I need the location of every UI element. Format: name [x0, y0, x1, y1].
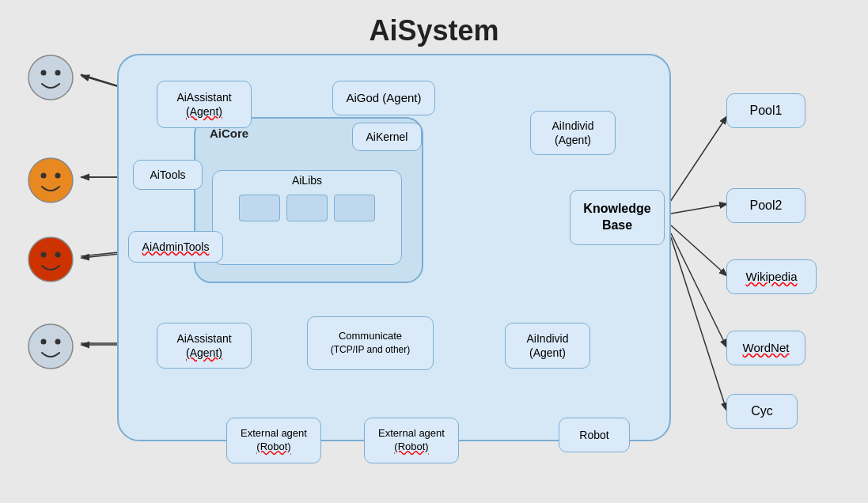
ailibs-rect-1 [239, 195, 280, 221]
ailibs-rect-3 [334, 195, 375, 221]
knowledge-base: KnowledgeBase [570, 190, 665, 245]
ailibs-rects [239, 195, 375, 221]
ailibs-rect-2 [286, 195, 328, 221]
wordnet: WordNet [726, 331, 805, 365]
svg-point-46 [55, 339, 61, 345]
svg-line-31 [671, 233, 726, 346]
pool2: Pool2 [726, 188, 805, 223]
diagram-title: AiSystem [369, 14, 498, 47]
svg-point-44 [28, 324, 73, 369]
ai-individ-top: AiIndivid(Agent) [530, 111, 616, 155]
svg-line-32 [671, 237, 726, 410]
ai-kernel: AiKernel [352, 123, 422, 151]
svg-point-43 [55, 252, 61, 258]
external-agent-1: External agent(Robot) [226, 418, 321, 463]
communicate: Communicate(TCP/IP and other) [307, 316, 434, 370]
external-agent-2: External agent(Robot) [364, 418, 459, 463]
svg-line-28 [669, 117, 726, 204]
svg-point-45 [41, 339, 47, 345]
wikipedia: Wikipedia [726, 259, 817, 294]
cyc: Cyc [726, 394, 798, 429]
svg-point-39 [41, 173, 47, 179]
svg-point-38 [28, 158, 73, 202]
svg-point-36 [41, 70, 47, 76]
ai-assistant-bottom: AiAssistant(Agent) [157, 323, 252, 369]
ai-god-agent: AiGod (Agent) [332, 81, 435, 115]
smiley-3 [27, 236, 74, 283]
svg-point-41 [28, 237, 73, 282]
ai-admin-tools: AiAdminTools [128, 231, 223, 263]
svg-point-42 [41, 252, 47, 258]
diagram-container: AiSystem [0, 0, 868, 503]
svg-line-30 [671, 225, 726, 275]
svg-line-29 [671, 204, 726, 214]
smiley-4 [27, 323, 74, 370]
svg-point-35 [28, 55, 73, 100]
aicore-label: AiCore [210, 127, 248, 140]
svg-point-37 [55, 70, 61, 76]
smiley-2 [27, 157, 74, 204]
ai-individ-bottom: AiIndivid(Agent) [505, 323, 590, 369]
ailibs-label: AiLibs [292, 174, 322, 187]
smiley-1 [27, 54, 74, 101]
robot: Robot [559, 418, 630, 452]
ai-tools: AiTools [133, 160, 203, 190]
ai-assistant-top: AiAssistant(Agent) [157, 81, 252, 128]
svg-point-40 [55, 173, 61, 179]
ailibs-box: AiLibs [212, 170, 402, 265]
pool1: Pool1 [726, 93, 805, 128]
